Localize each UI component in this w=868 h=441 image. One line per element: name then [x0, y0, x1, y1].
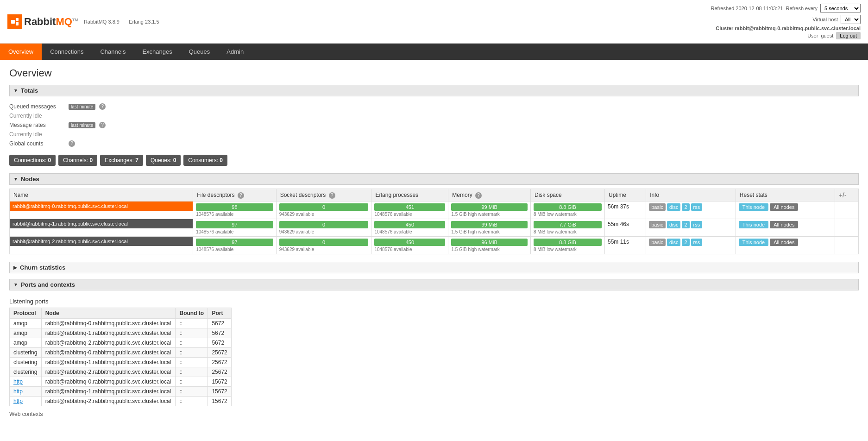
- proto-cell: http: [10, 387, 42, 397]
- node-cell: rabbit@rabbitmq-0.rabbitmq.public.svc.cl…: [41, 319, 176, 328]
- tag-disc[interactable]: disc: [667, 203, 681, 211]
- col-plus-minus[interactable]: +/-: [835, 189, 858, 202]
- erlang-avail: 1048576 available: [374, 229, 445, 234]
- rabbitmq-version: RabbitMQ 3.8.9: [84, 19, 120, 25]
- uptime-val: 56m 37s: [608, 203, 629, 210]
- global-counts-help[interactable]: ?: [69, 140, 75, 147]
- protocol-label: clustering: [13, 349, 37, 356]
- file-desc-val: 97: [196, 239, 273, 246]
- connections-label: Connections:: [14, 157, 46, 164]
- list-item: clustering rabbit@rabbitmq-1.rabbitmq.pu…: [10, 358, 232, 367]
- queued-messages-label: Queued messages: [9, 103, 65, 110]
- uptime-cell: 55m 46s: [604, 219, 646, 237]
- memory-val: 99 MiB: [451, 221, 528, 228]
- port-cell: 5672: [208, 328, 232, 338]
- nav-exchanges[interactable]: Exchanges: [134, 44, 180, 60]
- bound-to-cell: ::: [176, 319, 208, 328]
- protocol-label[interactable]: http: [13, 378, 23, 385]
- queues-label: Queues:: [151, 157, 171, 164]
- queues-count-btn[interactable]: Queues: 0: [146, 155, 181, 166]
- col-erlang-proc: Erlang processes: [371, 189, 448, 202]
- connections-count-btn[interactable]: Connections: 0: [9, 155, 56, 166]
- vhost-select[interactable]: All: [841, 15, 861, 24]
- exchanges-count-btn[interactable]: Exchanges: 7: [100, 155, 143, 166]
- protocol-label[interactable]: http: [13, 398, 23, 404]
- disk-sub: 8 MiB low watermark: [534, 229, 602, 234]
- queued-messages-help[interactable]: ?: [99, 103, 106, 110]
- erlang-avail: 1048576 available: [374, 247, 445, 252]
- tag-basic[interactable]: basic: [649, 203, 666, 211]
- nav-admin[interactable]: Admin: [218, 44, 252, 60]
- tag-rss[interactable]: rss: [691, 239, 703, 246]
- header: RabbitMQTM RabbitMQ 3.8.9 Erlang 23.1.5 …: [0, 0, 868, 44]
- node-cell: rabbit@rabbitmq-0.rabbitmq.public.svc.cl…: [41, 377, 176, 387]
- tag-basic[interactable]: basic: [649, 221, 666, 228]
- tag-disc[interactable]: disc: [667, 239, 681, 246]
- memory-help[interactable]: ?: [475, 192, 482, 199]
- this-node-btn[interactable]: This node: [739, 239, 768, 246]
- proto-cell: clustering: [10, 358, 42, 367]
- socket-desc-val: 0: [279, 203, 369, 211]
- exchanges-value: 7: [135, 157, 138, 164]
- erlang-val: 450: [374, 221, 445, 228]
- tag-disc[interactable]: disc: [667, 221, 681, 228]
- currently-idle-row-1: Currently idle: [9, 111, 859, 120]
- list-item: http rabbit@rabbitmq-1.rabbitmq.public.s…: [10, 387, 232, 397]
- node-cell: rabbit@rabbitmq-1.rabbitmq.public.svc.cl…: [41, 328, 176, 338]
- socket-desc-help[interactable]: ?: [329, 192, 335, 199]
- node-name[interactable]: rabbit@rabbitmq-0.rabbitmq.public.svc.cl…: [10, 202, 193, 211]
- this-node-btn[interactable]: This node: [739, 203, 768, 211]
- file-desc-val: 98: [196, 203, 273, 211]
- nav-connections[interactable]: Connections: [42, 44, 92, 60]
- tag-num[interactable]: 2: [682, 221, 689, 228]
- all-nodes-btn[interactable]: All nodes: [770, 239, 798, 246]
- tag-num[interactable]: 2: [682, 239, 689, 246]
- refresh-select[interactable]: 5 seconds 10 seconds 30 seconds 60 secon…: [820, 4, 861, 13]
- logout-button[interactable]: Log out: [836, 32, 861, 39]
- node-name-cell: rabbit@rabbitmq-2.rabbitmq.public.svc.cl…: [10, 237, 193, 254]
- list-item: clustering rabbit@rabbitmq-2.rabbitmq.pu…: [10, 367, 232, 377]
- protocol-label: amqp: [13, 340, 27, 346]
- ports-section-header[interactable]: ▼ Ports and contexts: [9, 279, 859, 290]
- proto-cell: amqp: [10, 319, 42, 328]
- col-disk-space: Disk space: [530, 189, 604, 202]
- message-rates-help[interactable]: ?: [99, 122, 106, 128]
- churn-section-header[interactable]: ▶ Churn statistics: [9, 262, 859, 273]
- col-bound-to: Bound to: [176, 308, 208, 319]
- list-item: amqp rabbit@rabbitmq-2.rabbitmq.public.s…: [10, 338, 232, 348]
- totals-label: Totals: [21, 87, 38, 94]
- refresh-label: Refresh every: [786, 6, 818, 11]
- totals-section-header[interactable]: ▼ Totals: [9, 85, 859, 96]
- nodes-section-header[interactable]: ▼ Nodes: [9, 173, 859, 185]
- svg-rect-1: [16, 18, 19, 21]
- global-counts-label: Global counts: [9, 140, 65, 147]
- node-cell: rabbit@rabbitmq-0.rabbitmq.public.svc.cl…: [41, 348, 176, 358]
- tag-rss[interactable]: rss: [691, 221, 703, 228]
- file-desc-help[interactable]: ?: [238, 192, 244, 199]
- plus-minus-cell: [835, 202, 858, 219]
- port-cell: 25672: [208, 358, 232, 367]
- tag-basic[interactable]: basic: [649, 239, 666, 246]
- all-nodes-btn[interactable]: All nodes: [770, 221, 798, 228]
- nav-bar: Overview Connections Channels Exchanges …: [0, 44, 868, 60]
- consumers-value: 0: [220, 157, 223, 164]
- socket-desc-val: 0: [279, 239, 369, 246]
- node-name[interactable]: rabbit@rabbitmq-1.rabbitmq.public.svc.cl…: [10, 219, 193, 228]
- protocol-label[interactable]: http: [13, 388, 23, 395]
- nav-queues[interactable]: Queues: [181, 44, 219, 60]
- all-nodes-btn[interactable]: All nodes: [770, 203, 798, 211]
- channels-count-btn[interactable]: Channels: 0: [58, 155, 97, 166]
- web-contexts-label: Web contexts: [9, 411, 859, 417]
- file-desc-val: 97: [196, 221, 273, 228]
- table-row: rabbit@rabbitmq-2.rabbitmq.public.svc.cl…: [10, 237, 859, 254]
- nav-overview[interactable]: Overview: [0, 44, 42, 60]
- vhost-area: Virtual host All: [711, 15, 861, 24]
- message-rates-label: Message rates: [9, 122, 65, 128]
- tag-num[interactable]: 2: [682, 203, 689, 211]
- disk-sub: 8 MiB low watermark: [534, 247, 602, 252]
- node-name[interactable]: rabbit@rabbitmq-2.rabbitmq.public.svc.cl…: [10, 237, 193, 246]
- consumers-count-btn[interactable]: Consumers: 0: [183, 155, 227, 166]
- tag-rss[interactable]: rss: [691, 203, 703, 211]
- this-node-btn[interactable]: This node: [739, 221, 768, 228]
- nav-channels[interactable]: Channels: [92, 44, 134, 60]
